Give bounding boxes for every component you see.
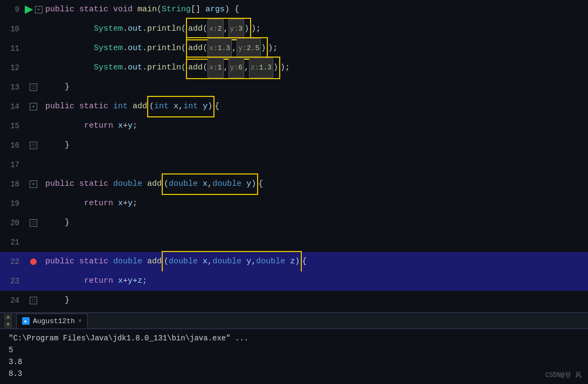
output-line-3: 8.3 [9,368,579,380]
line-number-11: 11 [0,44,26,53]
table-row: 21 [0,233,588,252]
collapse-icon-13[interactable]: □ [30,83,37,91]
line-number-14: 14 [0,102,26,111]
code-line-15-content: return x+y; [41,116,588,136]
code-line-18-content: public static double add(double x,double… [41,173,588,195]
line-number-12: 12 [0,64,26,72]
collapse-icon-18[interactable]: ▾ [30,180,37,188]
line-number-22: 22 [0,257,26,266]
gutter-13[interactable]: □ [26,83,41,91]
run-icon[interactable] [25,5,33,14]
tab-icon: ▶ [22,317,30,325]
table-row: 22 public static double add(double x,dou… [0,252,588,271]
breakpoint-icon-22[interactable] [30,259,37,265]
code-editor: 9 ▾ public static void main(String[] arg… [0,0,588,312]
console-output: "C:\Program Files\Java\jdk1.8.0_131\bin\… [0,329,588,383]
output-line-1: 5 [9,344,579,356]
code-line-16-content: } [41,136,588,155]
console-command: "C:\Program Files\Java\jdk1.8.0_131\bin\… [9,334,248,343]
table-row: 18 ▾ public static double add(double x,d… [0,174,588,194]
line-number-9: 9 [0,5,26,14]
console-panel: ▲ ▼ ▶ August12th × "C:\Program Files\Jav… [0,312,588,384]
line-number-16: 16 [0,141,26,150]
table-row: 20 □ } [0,213,588,233]
output-line-2: 3.8 [9,356,579,368]
line-number-23: 23 [0,277,26,285]
console-tab-bar: ▲ ▼ ▶ August12th × [0,313,588,329]
gutter-22[interactable] [26,259,41,265]
scroll-down-arrow[interactable]: ▼ [4,322,12,328]
code-line-22-content: public static double add(double x,double… [41,251,588,273]
line-number-10: 10 [0,25,26,33]
collapse-icon-24[interactable]: □ [30,297,37,304]
line-number-17: 17 [0,160,26,169]
table-row: 16 □ } [0,136,588,155]
table-row: 19 return x+y; [0,194,588,213]
gutter-9[interactable]: ▾ [26,5,41,14]
gutter-20[interactable]: □ [26,219,41,227]
gutter-18[interactable]: ▾ [26,180,41,188]
gutter-24[interactable]: □ [26,297,41,304]
scroll-up-arrow[interactable]: ▲ [4,314,12,320]
line-number-20: 20 [0,219,26,227]
table-row: 17 [0,155,588,174]
line-number-24: 24 [0,296,26,305]
table-row: 14 ▾ public static int add(int x,int y){ [0,97,588,116]
console-tab[interactable]: ▶ August12th × [16,313,88,329]
code-line-13-content: } [41,78,588,97]
watermark: CSDN@登 风 [545,371,582,380]
collapse-icon-16[interactable]: □ [30,142,37,149]
code-line-20-content: } [41,213,588,233]
line-number-18: 18 [0,180,26,188]
code-line-23-content: return x+y+z; [41,271,588,291]
table-row: 13 □ } [0,78,588,97]
tab-label: August12th [33,317,75,325]
collapse-icon-14[interactable]: ▾ [30,103,37,110]
line-number-13: 13 [0,83,26,92]
gutter-16[interactable]: □ [26,142,41,149]
table-row: 24 □ } [0,291,588,310]
code-line-14-content: public static int add(int x,int y){ [41,96,588,117]
line-number-21: 21 [0,238,26,247]
code-line-24-content: } [41,291,588,310]
console-command-line: "C:\Program Files\Java\jdk1.8.0_131\bin\… [9,332,579,344]
table-row: 23 return x+y+z; [0,271,588,291]
tab-close-icon[interactable]: × [78,318,82,324]
table-row: 12 System.out.println(add(x:1,y:6,z:1.3)… [0,58,588,78]
line-number-19: 19 [0,199,26,208]
gutter-14[interactable]: ▾ [26,103,41,110]
collapse-icon-20[interactable]: □ [30,219,37,227]
code-line-19-content: return x+y; [41,194,588,213]
table-row: 15 return x+y; [0,116,588,136]
line-number-15: 15 [0,122,26,130]
